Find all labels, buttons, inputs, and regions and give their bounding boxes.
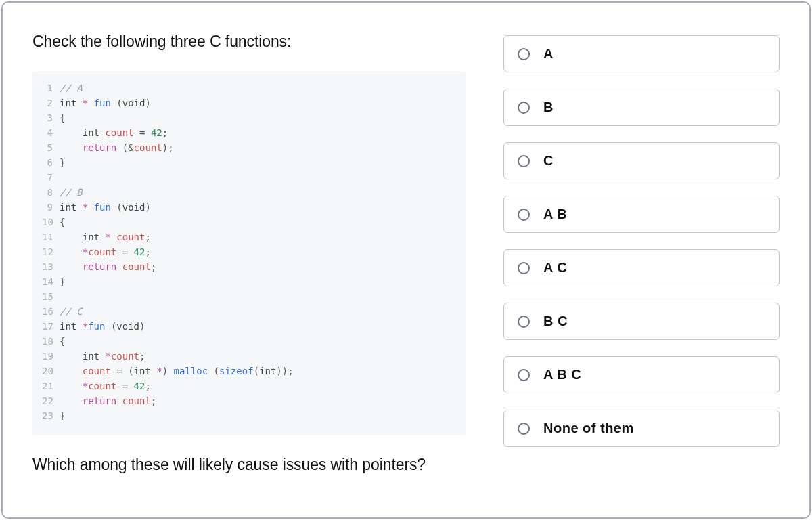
- radio-icon: [518, 155, 530, 167]
- answer-option-b[interactable]: B: [503, 89, 780, 126]
- question-card: Check the following three C functions: 1…: [1, 1, 811, 519]
- answer-option-c[interactable]: C: [503, 142, 780, 179]
- question-text: Which among these will likely cause issu…: [32, 456, 466, 474]
- radio-icon: [518, 48, 530, 60]
- code-line: 22 return count;: [42, 393, 453, 408]
- line-number: 18: [42, 334, 60, 349]
- line-number: 12: [42, 244, 60, 259]
- code-line: 11 int * count;: [42, 230, 453, 244]
- code-block: 1// A2int * fun (void)3{4 int count = 42…: [32, 71, 466, 435]
- line-number: 4: [42, 125, 60, 140]
- code-content: return count;: [60, 259, 156, 274]
- code-content: return (&count);: [60, 140, 174, 155]
- answer-option-label: A: [543, 46, 554, 62]
- line-number: 20: [42, 364, 60, 378]
- radio-icon: [518, 422, 530, 435]
- answer-option-label: None of them: [543, 420, 634, 436]
- radio-icon: [518, 262, 530, 274]
- line-number: 7: [42, 170, 60, 185]
- line-number: 11: [42, 230, 60, 244]
- line-number: 2: [42, 95, 60, 110]
- code-content: }: [60, 274, 65, 289]
- code-line: 21 *count = 42;: [42, 378, 453, 393]
- radio-icon: [518, 209, 530, 221]
- answer-option-label: A B C: [543, 367, 581, 383]
- line-number: 16: [42, 304, 60, 319]
- line-number: 6: [42, 155, 60, 170]
- answer-option-bc[interactable]: B C: [503, 303, 780, 340]
- line-number: 17: [42, 319, 60, 334]
- code-line: 23}: [42, 408, 453, 423]
- line-number: 5: [42, 140, 60, 155]
- code-line: 1// A: [42, 81, 453, 95]
- answer-option-label: A B: [543, 207, 567, 222]
- code-content: int * count;: [60, 230, 151, 244]
- answer-option-abc[interactable]: A B C: [503, 356, 780, 393]
- code-content: {: [60, 110, 65, 125]
- code-content: int * fun (void): [60, 95, 151, 110]
- code-line: 17int *fun (void): [42, 319, 453, 334]
- radio-icon: [518, 102, 530, 114]
- code-line: 10{: [42, 215, 453, 230]
- code-line: 15: [42, 289, 453, 304]
- code-line: 20 count = (int *) malloc (sizeof(int));: [42, 364, 453, 378]
- answer-option-ab[interactable]: A B: [503, 196, 780, 233]
- line-number: 22: [42, 393, 60, 408]
- answer-options: ABCA BA CB CA B CNone of them: [503, 32, 780, 488]
- code-content: int * fun (void): [60, 200, 151, 215]
- code-line: 13 return count;: [42, 259, 453, 274]
- line-number: 19: [42, 349, 60, 364]
- answer-option-ac[interactable]: A C: [503, 249, 780, 286]
- code-content: // A: [60, 81, 83, 95]
- code-content: {: [60, 334, 65, 349]
- code-content: }: [60, 408, 65, 423]
- answer-option-label: B C: [543, 313, 568, 329]
- code-line: 7: [42, 170, 453, 185]
- line-number: 23: [42, 408, 60, 423]
- line-number: 10: [42, 215, 60, 230]
- code-line: 19 int *count;: [42, 349, 453, 364]
- radio-icon: [518, 316, 530, 328]
- code-content: return count;: [60, 393, 156, 408]
- line-number: 8: [42, 185, 60, 200]
- code-line: 18{: [42, 334, 453, 349]
- code-line: 12 *count = 42;: [42, 244, 453, 259]
- code-line: 5 return (&count);: [42, 140, 453, 155]
- answer-option-a[interactable]: A: [503, 35, 780, 72]
- code-content: count = (int *) malloc (sizeof(int));: [60, 364, 294, 378]
- code-line: 16// C: [42, 304, 453, 319]
- line-number: 21: [42, 378, 60, 393]
- line-number: 13: [42, 259, 60, 274]
- answer-option-label: C: [543, 153, 554, 169]
- answer-option-label: A C: [543, 260, 567, 276]
- code-content: // C: [60, 304, 83, 319]
- code-content: *count = 42;: [60, 244, 151, 259]
- question-left-column: Check the following three C functions: 1…: [32, 32, 466, 488]
- code-line: 4 int count = 42;: [42, 125, 453, 140]
- code-content: {: [60, 215, 65, 230]
- code-content: int *count;: [60, 349, 145, 364]
- radio-icon: [518, 369, 530, 381]
- code-content: // B: [60, 185, 83, 200]
- code-line: 2int * fun (void): [42, 95, 453, 110]
- answer-option-none[interactable]: None of them: [503, 410, 780, 447]
- code-content: int *fun (void): [60, 319, 145, 334]
- question-prompt: Check the following three C functions:: [32, 32, 466, 51]
- code-line: 9int * fun (void): [42, 200, 453, 215]
- code-line: 8// B: [42, 185, 453, 200]
- code-content: int count = 42;: [60, 125, 168, 140]
- code-content: }: [60, 155, 65, 170]
- line-number: 15: [42, 289, 60, 304]
- code-line: 3{: [42, 110, 453, 125]
- code-line: 6}: [42, 155, 453, 170]
- line-number: 14: [42, 274, 60, 289]
- answer-option-label: B: [543, 100, 554, 115]
- code-line: 14}: [42, 274, 453, 289]
- code-content: *count = 42;: [60, 378, 151, 393]
- line-number: 1: [42, 81, 60, 95]
- line-number: 9: [42, 200, 60, 215]
- line-number: 3: [42, 110, 60, 125]
